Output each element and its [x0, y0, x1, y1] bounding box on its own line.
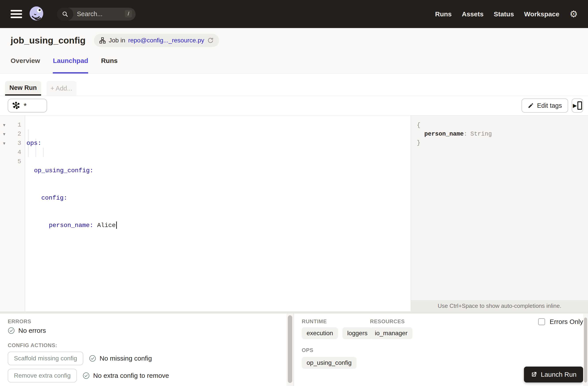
- config-editor[interactable]: ▾ ▾ ▾ 1 2 3 4 5 ops: op_using_config: co…: [0, 116, 411, 311]
- nav-item-assets[interactable]: Assets: [462, 10, 483, 18]
- search-input[interactable]: Search... /: [57, 8, 136, 20]
- reload-icon[interactable]: [207, 37, 214, 44]
- nav-item-runs[interactable]: Runs: [435, 10, 452, 18]
- schema-type: String: [470, 131, 492, 137]
- code-line: config:: [26, 193, 117, 203]
- search-shortcut-badge: /: [125, 10, 132, 18]
- launchpad-main: ▾ ▾ ▾ 1 2 3 4 5 ops: op_using_config: co…: [0, 116, 588, 311]
- expand-panel-icon: ▶: [573, 102, 577, 109]
- left-panel-scrollbar[interactable]: [287, 314, 294, 386]
- tab-overview[interactable]: Overview: [11, 57, 40, 74]
- expand-panel-button[interactable]: ▶: [572, 99, 583, 113]
- check-circle-icon: [8, 327, 15, 334]
- errors-only-control: Errors Only: [538, 318, 583, 325]
- op-selector-input[interactable]: *: [8, 99, 47, 112]
- scaffold-action-row: Scaffold missing config No missing confi…: [8, 352, 152, 365]
- runtime-tag-loggers[interactable]: loggers: [342, 327, 372, 339]
- text-cursor: [116, 222, 117, 229]
- runtime-tags: execution loggers: [302, 327, 372, 339]
- nav-item-status[interactable]: Status: [494, 10, 514, 18]
- line-numbers: 1 2 3 4 5: [0, 120, 21, 166]
- session-tabs-row: New Run + Add...: [0, 74, 588, 96]
- job-badge-prefix: Job in: [109, 37, 125, 44]
- launch-icon: [531, 371, 537, 378]
- errors-only-label: Errors Only: [549, 318, 583, 325]
- hamburger-menu-icon[interactable]: [11, 8, 22, 20]
- runtime-heading: RUNTIME: [302, 318, 327, 325]
- errors-only-checkbox[interactable]: [538, 318, 545, 325]
- resources-tags: io_manager: [370, 327, 412, 339]
- run-sections-panel: RUNTIME RESOURCES execution loggers io_m…: [294, 314, 583, 386]
- op-selector-value: *: [23, 105, 28, 109]
- nav-item-workspace[interactable]: Workspace: [524, 10, 560, 18]
- yaml-code[interactable]: ops: op_using_config: config: person_nam…: [26, 120, 117, 267]
- search-icon: [57, 8, 73, 20]
- schema-key[interactable]: person_name: [424, 131, 464, 137]
- code-line: op_using_config:: [26, 166, 117, 175]
- schema-text: { person_name:String }: [411, 116, 588, 147]
- config-actions-heading: CONFIG ACTIONS:: [8, 342, 57, 348]
- edit-tags-button[interactable]: Edit tags: [522, 99, 568, 113]
- page-tabs: Overview Launchpad Runs: [11, 57, 118, 74]
- remove-extra-config-button[interactable]: Remove extra config: [8, 369, 77, 383]
- session-tab-new-run[interactable]: New Run: [5, 81, 41, 96]
- repo-link[interactable]: repo@config..._resource.py: [128, 37, 204, 44]
- errors-heading: ERRORS: [8, 318, 31, 325]
- remove-action-row: Remove extra config No extra config to r…: [8, 369, 169, 383]
- nav-links: Runs Assets Status Workspace ⚙: [435, 9, 578, 20]
- job-sitemap-icon: [99, 37, 106, 44]
- edit-tags-label: Edit tags: [537, 102, 562, 109]
- op-graph-icon: [12, 102, 20, 110]
- scrollbar-thumb[interactable]: [584, 318, 587, 383]
- check-circle-icon: [83, 372, 90, 379]
- code-line: person_name:Alice: [26, 221, 117, 230]
- page-header: job_using_config Job in repo@config..._r…: [0, 28, 588, 74]
- search-placeholder: Search...: [77, 10, 103, 18]
- runtime-tag-execution[interactable]: execution: [302, 327, 338, 339]
- bottom-panel: ERRORS No errors CONFIG ACTIONS: Scaffol…: [0, 314, 588, 386]
- session-tab-add[interactable]: + Add...: [46, 81, 76, 96]
- autocomplete-hint: Use Ctrl+Space to show auto-completions …: [411, 300, 588, 311]
- check-circle-icon: [89, 355, 96, 362]
- resource-tag-io-manager[interactable]: io_manager: [370, 327, 412, 339]
- dagster-logo-icon[interactable]: [28, 5, 45, 23]
- launch-run-button[interactable]: Launch Run: [524, 366, 583, 383]
- dagster-launchpad-page: Search... / Runs Assets Status Workspace…: [0, 0, 588, 386]
- no-missing-config-status: No missing config: [89, 355, 152, 362]
- tab-runs[interactable]: Runs: [101, 57, 118, 74]
- config-schema-panel: { person_name:String } Use Ctrl+Space to…: [411, 116, 588, 311]
- settings-gear-icon[interactable]: ⚙: [569, 9, 578, 20]
- resources-heading: RESOURCES: [370, 318, 405, 325]
- page-title: job_using_config: [11, 35, 85, 46]
- pencil-icon: [528, 102, 534, 109]
- no-extra-config-status: No extra config to remove: [83, 372, 169, 379]
- scrollbar-thumb[interactable]: [288, 315, 292, 383]
- ops-heading: OPS: [302, 347, 313, 353]
- top-nav: Search... / Runs Assets Status Workspace…: [0, 0, 588, 28]
- editor-gutter: ▾ ▾ ▾ 1 2 3 4 5: [0, 116, 25, 311]
- op-tag-op-using-config[interactable]: op_using_config: [302, 357, 357, 369]
- errors-status: No errors: [8, 327, 46, 334]
- horizontal-resize-handle[interactable]: [0, 311, 588, 314]
- code-line: ops:: [26, 139, 117, 148]
- scaffold-missing-config-button[interactable]: Scaffold missing config: [8, 352, 83, 365]
- tab-launchpad[interactable]: Launchpad: [53, 57, 88, 74]
- right-panel-scrollbar[interactable]: [583, 314, 588, 386]
- job-location-badge: Job in repo@config..._resource.py: [94, 34, 219, 47]
- ops-tags: op_using_config: [302, 357, 357, 369]
- tags-row: * Edit tags ▶: [0, 96, 588, 116]
